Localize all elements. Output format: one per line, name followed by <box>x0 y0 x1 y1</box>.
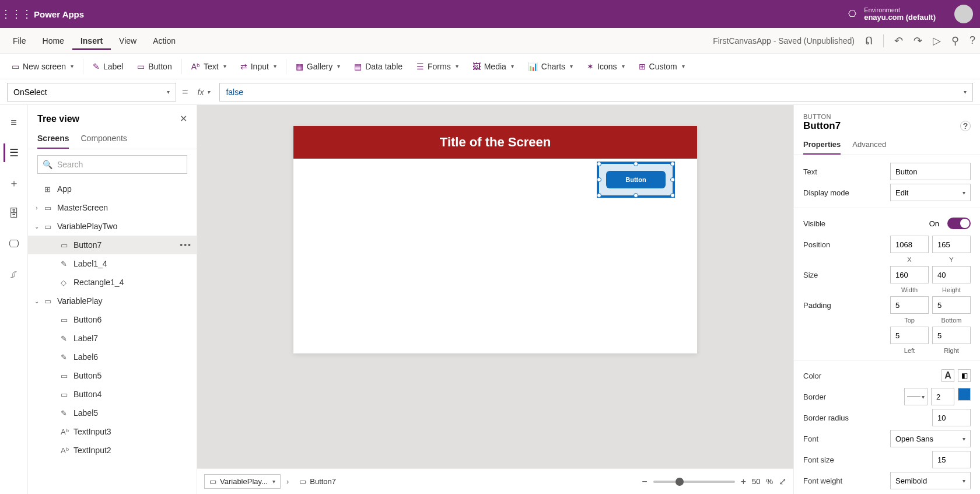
zoom-in-button[interactable]: + <box>741 477 746 487</box>
resize-handle[interactable] <box>634 162 638 166</box>
prop-pad-left-input[interactable]: 5 <box>890 327 929 344</box>
prop-pad-top-input[interactable]: 5 <box>890 296 929 314</box>
prop-font-select[interactable]: Open Sans▾ <box>890 430 971 447</box>
hamburger-icon[interactable]: ≡ <box>5 113 23 132</box>
tree-item[interactable]: ✎Label1_4 <box>28 254 197 273</box>
prop-displaymode-select[interactable]: Edit▾ <box>890 184 971 201</box>
insert-gallery-button[interactable]: ▦Gallery▾ <box>289 58 347 75</box>
prop-fontweight-select[interactable]: Semibold▾ <box>890 472 971 489</box>
prop-pad-bottom-input[interactable]: 5 <box>932 296 971 314</box>
help-icon[interactable]: ? <box>960 121 971 131</box>
breadcrumb-screen[interactable]: ▭VariablePlay...▾ <box>204 474 281 489</box>
insert-label-button[interactable]: ✎Label <box>86 58 130 75</box>
tab-advanced[interactable]: Advanced <box>852 135 886 155</box>
redo-icon[interactable]: ↷ <box>914 34 922 47</box>
prop-pad-right-input[interactable]: 5 <box>932 327 971 344</box>
menu-view[interactable]: View <box>111 31 145 50</box>
data-icon[interactable]: 🗄 <box>5 204 23 223</box>
tree-item[interactable]: ✎Label5 <box>28 404 197 422</box>
zoom-slider[interactable] <box>653 481 735 483</box>
resize-handle[interactable] <box>597 162 601 166</box>
tree-item[interactable]: ›▭MasterScreen <box>28 198 197 217</box>
user-avatar[interactable] <box>954 5 973 23</box>
tools-icon[interactable]: ⎎ <box>5 265 23 283</box>
undo-icon[interactable]: ↶ <box>894 34 903 47</box>
tree-item[interactable]: ▭Button7••• <box>28 236 197 254</box>
tree-item[interactable]: ⌄▭VariablePlay <box>28 292 197 310</box>
chevron-down-icon: ▾ <box>964 89 967 95</box>
insert-icons-button[interactable]: ✶Icons▾ <box>580 58 631 75</box>
prop-fontsize-input[interactable]: 15 <box>932 451 971 468</box>
resize-handle[interactable] <box>670 193 675 198</box>
tree-item[interactable]: ▭Button6 <box>28 310 197 329</box>
tree-item[interactable]: ▭Button5 <box>28 366 197 385</box>
insert-media-button[interactable]: 🖼Media▾ <box>466 58 521 75</box>
new-screen-button[interactable]: ▭New screen▾ <box>5 58 80 75</box>
tree-item[interactable]: ▭Button4 <box>28 385 197 404</box>
prop-fillcolor-swatch[interactable]: ◧ <box>958 369 971 382</box>
formula-input[interactable]: false▾ <box>219 83 973 101</box>
prop-border-width-input[interactable]: 2 <box>931 388 954 405</box>
share-icon[interactable]: ⚲ <box>951 34 959 47</box>
prop-visible-toggle[interactable] <box>947 218 971 229</box>
insert-charts-button[interactable]: 📊Charts▾ <box>521 58 580 75</box>
insert-forms-button[interactable]: ☰Forms▾ <box>410 58 466 75</box>
prop-label-border: Border <box>803 393 900 401</box>
resize-handle[interactable] <box>597 193 601 198</box>
resize-handle[interactable] <box>597 177 601 182</box>
prop-border-style[interactable]: ▾ <box>904 388 928 405</box>
resize-handle[interactable] <box>634 193 638 198</box>
prop-border-color-swatch[interactable] <box>958 388 971 401</box>
tree-item[interactable]: AᵇTextInput3 <box>28 422 197 441</box>
insert-input-button[interactable]: ⇄Input▾ <box>233 58 284 75</box>
menu-insert[interactable]: Insert <box>72 31 111 50</box>
waffle-icon[interactable]: ⋮⋮⋮ <box>7 5 26 23</box>
menu-file[interactable]: File <box>5 31 34 50</box>
tree-item[interactable]: ✎Label6 <box>28 348 197 366</box>
tree-item-label: Label1_4 <box>74 259 107 268</box>
insert-datatable-button[interactable]: ▤Data table <box>347 58 410 75</box>
tab-properties[interactable]: Properties <box>803 135 841 155</box>
prop-width-input[interactable]: 160 <box>890 266 929 283</box>
tree-app-node[interactable]: ⊞App <box>28 180 197 198</box>
property-selector[interactable]: OnSelect▾ <box>7 83 176 101</box>
help-icon[interactable]: ? <box>970 34 975 47</box>
environment-picker[interactable]: ⎔ Environment enayu.com (default) <box>845 6 936 22</box>
tree-item-label: VariablePlay <box>57 296 103 306</box>
resize-handle[interactable] <box>670 162 675 166</box>
tab-screens[interactable]: Screens <box>37 129 69 149</box>
prop-pos-x-input[interactable]: 1068 <box>890 236 929 253</box>
app-checker-icon[interactable]: ᕠ <box>865 34 873 47</box>
tab-components[interactable]: Components <box>80 129 127 149</box>
media-pane-icon[interactable]: 🖵 <box>5 234 23 253</box>
prop-textcolor-swatch[interactable]: A <box>942 369 954 382</box>
prop-label-displaymode: Display mode <box>803 188 886 197</box>
tree-item[interactable]: ◇Rectangle1_4 <box>28 273 197 292</box>
tree-item[interactable]: ⌄▭VariablePlayTwo <box>28 217 197 236</box>
more-icon[interactable]: ••• <box>180 240 192 250</box>
insert-button-button[interactable]: ▭Button <box>130 58 178 75</box>
prop-height-input[interactable]: 40 <box>932 266 971 283</box>
prop-text-input[interactable]: Button <box>890 163 971 180</box>
resize-handle[interactable] <box>670 177 675 182</box>
tree-search-input[interactable]: 🔍 Search <box>37 155 187 174</box>
add-icon[interactable]: ＋ <box>5 174 23 192</box>
tree-item[interactable]: AᵇTextInput2 <box>28 441 197 460</box>
selected-button[interactable]: Button <box>597 162 675 198</box>
design-screen[interactable]: Title of the Screen Button <box>293 126 697 353</box>
fit-screen-icon[interactable]: ⤢ <box>779 476 786 487</box>
menu-action[interactable]: Action <box>145 31 184 50</box>
zoom-out-button[interactable]: − <box>642 477 647 487</box>
prop-borderradius-input[interactable]: 10 <box>932 409 971 426</box>
tree-item-label: TextInput2 <box>74 446 111 455</box>
tree-item[interactable]: ✎Label7 <box>28 329 197 348</box>
insert-text-button[interactable]: AᵇText▾ <box>184 58 233 75</box>
menu-home[interactable]: Home <box>34 31 72 50</box>
insert-custom-button[interactable]: ⊞Custom▾ <box>632 58 692 75</box>
prop-pos-y-input[interactable]: 165 <box>932 236 971 253</box>
preview-icon[interactable]: ▷ <box>933 34 941 47</box>
breadcrumb-control[interactable]: ▭Button7 <box>295 475 341 488</box>
close-icon[interactable]: ✕ <box>180 113 187 124</box>
tree-view-icon[interactable]: ☰ <box>4 143 22 162</box>
fx-button[interactable]: fx▾ <box>194 87 214 97</box>
